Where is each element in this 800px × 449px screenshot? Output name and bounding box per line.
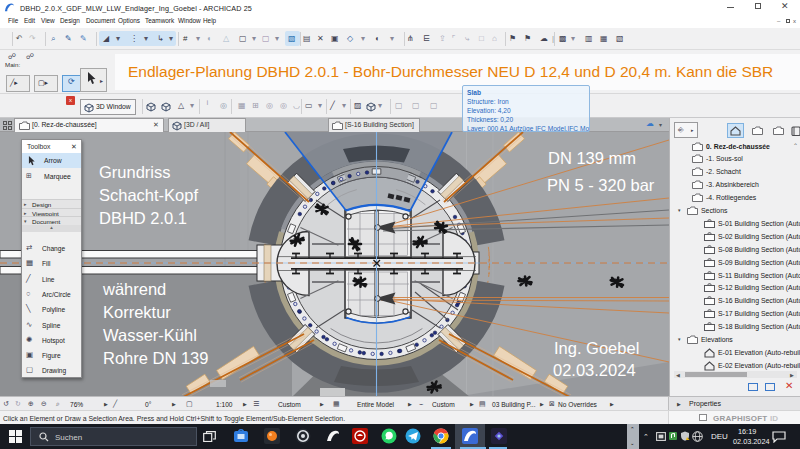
svg-text:02.03.2024: 02.03.2024 bbox=[553, 361, 636, 379]
svg-text:Schacht-Kopf: Schacht-Kopf bbox=[99, 186, 198, 204]
svg-text:Wasser-Kühl: Wasser-Kühl bbox=[103, 326, 197, 344]
svg-text:Rohre DN 139: Rohre DN 139 bbox=[103, 349, 208, 367]
svg-text:DBHD 2.0.1: DBHD 2.0.1 bbox=[99, 209, 187, 227]
svg-text:Grundriss: Grundriss bbox=[99, 163, 171, 181]
svg-text:während: während bbox=[102, 280, 166, 298]
svg-text:DN 139 mm: DN 139 mm bbox=[548, 149, 636, 167]
svg-text:Ing. Goebel: Ing. Goebel bbox=[554, 339, 639, 357]
svg-text:Korrektur: Korrektur bbox=[103, 303, 171, 321]
svg-text:PN 5 - 320 bar: PN 5 - 320 bar bbox=[547, 176, 655, 194]
